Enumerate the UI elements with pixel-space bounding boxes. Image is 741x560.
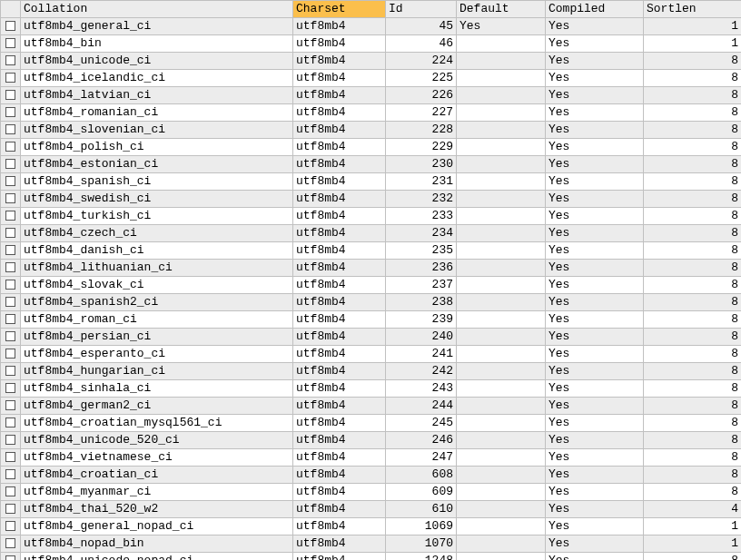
table-row[interactable]: utf8mb4_vietnamese_ciutf8mb4247Yes8	[1, 449, 742, 467]
row-checkbox[interactable]	[1, 294, 21, 311]
row-checkbox[interactable]	[1, 484, 21, 501]
row-checkbox[interactable]	[1, 87, 21, 104]
table-row[interactable]: utf8mb4_danish_ciutf8mb4235Yes8	[1, 242, 742, 260]
table-row[interactable]: utf8mb4_swedish_ciutf8mb4232Yes8	[1, 191, 742, 208]
table-row[interactable]: utf8mb4_lithuanian_ciutf8mb4236Yes8	[1, 260, 742, 277]
header-default[interactable]: Default	[457, 1, 546, 18]
checkbox-icon[interactable]	[5, 383, 15, 393]
table-row[interactable]: utf8mb4_roman_ciutf8mb4239Yes8	[1, 311, 742, 329]
table-row[interactable]: utf8mb4_slovak_ciutf8mb4237Yes8	[1, 277, 742, 294]
table-row[interactable]: utf8mb4_icelandic_ciutf8mb4225Yes8	[1, 70, 742, 87]
row-checkbox[interactable]	[1, 346, 21, 363]
row-checkbox[interactable]	[1, 139, 21, 156]
checkbox-icon[interactable]	[5, 555, 15, 560]
row-checkbox[interactable]	[1, 329, 21, 346]
header-collation[interactable]: Collation	[21, 1, 293, 18]
checkbox-icon[interactable]	[5, 331, 15, 341]
row-checkbox[interactable]	[1, 380, 21, 398]
row-checkbox[interactable]	[1, 449, 21, 467]
checkbox-icon[interactable]	[5, 400, 15, 410]
row-checkbox[interactable]	[1, 122, 21, 139]
row-checkbox[interactable]	[1, 208, 21, 225]
row-checkbox[interactable]	[1, 363, 21, 380]
row-checkbox[interactable]	[1, 70, 21, 87]
checkbox-icon[interactable]	[5, 538, 15, 548]
row-checkbox[interactable]	[1, 156, 21, 173]
row-checkbox[interactable]	[1, 191, 21, 208]
header-sortlen[interactable]: Sortlen	[644, 1, 742, 18]
header-compiled[interactable]: Compiled	[546, 1, 644, 18]
header-id[interactable]: Id	[386, 1, 457, 18]
checkbox-icon[interactable]	[5, 297, 15, 307]
table-row[interactable]: utf8mb4_unicode_520_ciutf8mb4246Yes8	[1, 432, 742, 449]
checkbox-icon[interactable]	[5, 228, 15, 238]
table-row[interactable]: utf8mb4_czech_ciutf8mb4234Yes8	[1, 225, 742, 242]
table-row[interactable]: utf8mb4_unicode_ciutf8mb4224Yes8	[1, 53, 742, 70]
table-row[interactable]: utf8mb4_latvian_ciutf8mb4226Yes8	[1, 87, 742, 104]
row-checkbox[interactable]	[1, 53, 21, 70]
table-row[interactable]: utf8mb4_nopad_binutf8mb41070Yes1	[1, 535, 742, 553]
checkbox-icon[interactable]	[5, 124, 15, 134]
checkbox-icon[interactable]	[5, 349, 15, 359]
checkbox-icon[interactable]	[5, 176, 15, 186]
row-checkbox[interactable]	[1, 501, 21, 518]
table-row[interactable]: utf8mb4_myanmar_ciutf8mb4609Yes8	[1, 484, 742, 501]
row-checkbox[interactable]	[1, 432, 21, 449]
row-checkbox[interactable]	[1, 467, 21, 484]
row-checkbox[interactable]	[1, 398, 21, 415]
row-checkbox[interactable]	[1, 260, 21, 277]
checkbox-icon[interactable]	[5, 107, 15, 117]
table-row[interactable]: utf8mb4_croatian_ciutf8mb4608Yes8	[1, 467, 742, 484]
table-row[interactable]: utf8mb4_polish_ciutf8mb4229Yes8	[1, 139, 742, 156]
row-checkbox[interactable]	[1, 553, 21, 561]
checkbox-icon[interactable]	[5, 280, 15, 290]
table-row[interactable]: utf8mb4_persian_ciutf8mb4240Yes8	[1, 329, 742, 346]
table-row[interactable]: utf8mb4_unicode_nopad_ciutf8mb41248Yes8	[1, 553, 742, 561]
table-row[interactable]: utf8mb4_estonian_ciutf8mb4230Yes8	[1, 156, 742, 173]
checkbox-icon[interactable]	[5, 452, 15, 462]
checkbox-icon[interactable]	[5, 521, 15, 531]
checkbox-icon[interactable]	[5, 142, 15, 152]
table-row[interactable]: utf8mb4_spanish2_ciutf8mb4238Yes8	[1, 294, 742, 311]
header-checkbox[interactable]	[1, 1, 21, 18]
table-row[interactable]: utf8mb4_binutf8mb446Yes1	[1, 35, 742, 53]
table-row[interactable]: utf8mb4_croatian_mysql561_ciutf8mb4245Ye…	[1, 415, 742, 432]
table-row[interactable]: utf8mb4_turkish_ciutf8mb4233Yes8	[1, 208, 742, 225]
table-row[interactable]: utf8mb4_hungarian_ciutf8mb4242Yes8	[1, 363, 742, 380]
checkbox-icon[interactable]	[5, 504, 15, 514]
checkbox-icon[interactable]	[5, 366, 15, 376]
row-checkbox[interactable]	[1, 18, 21, 35]
row-checkbox[interactable]	[1, 242, 21, 260]
checkbox-icon[interactable]	[5, 435, 15, 445]
row-checkbox[interactable]	[1, 225, 21, 242]
checkbox-icon[interactable]	[5, 193, 15, 203]
row-checkbox[interactable]	[1, 104, 21, 122]
row-checkbox[interactable]	[1, 35, 21, 53]
checkbox-icon[interactable]	[5, 245, 15, 255]
checkbox-icon[interactable]	[5, 90, 15, 100]
table-row[interactable]: utf8mb4_romanian_ciutf8mb4227Yes8	[1, 104, 742, 122]
table-row[interactable]: utf8mb4_thai_520_w2utf8mb4610Yes4	[1, 501, 742, 518]
checkbox-icon[interactable]	[5, 55, 15, 65]
checkbox-icon[interactable]	[5, 211, 15, 221]
table-row[interactable]: utf8mb4_general_ciutf8mb445YesYes1	[1, 18, 742, 35]
table-row[interactable]: utf8mb4_sinhala_ciutf8mb4243Yes8	[1, 380, 742, 398]
checkbox-icon[interactable]	[5, 418, 15, 427]
table-row[interactable]: utf8mb4_german2_ciutf8mb4244Yes8	[1, 398, 742, 415]
checkbox-icon[interactable]	[5, 262, 15, 272]
checkbox-icon[interactable]	[5, 469, 15, 479]
header-charset[interactable]: Charset	[293, 1, 386, 18]
checkbox-icon[interactable]	[5, 21, 15, 31]
checkbox-icon[interactable]	[5, 486, 15, 496]
row-checkbox[interactable]	[1, 173, 21, 191]
checkbox-icon[interactable]	[5, 314, 15, 324]
table-row[interactable]: utf8mb4_general_nopad_ciutf8mb41069Yes1	[1, 518, 742, 535]
row-checkbox[interactable]	[1, 311, 21, 329]
row-checkbox[interactable]	[1, 518, 21, 535]
checkbox-icon[interactable]	[5, 38, 15, 48]
row-checkbox[interactable]	[1, 535, 21, 553]
table-row[interactable]: utf8mb4_esperanto_ciutf8mb4241Yes8	[1, 346, 742, 363]
row-checkbox[interactable]	[1, 277, 21, 294]
checkbox-icon[interactable]	[5, 159, 15, 169]
checkbox-icon[interactable]	[5, 73, 15, 83]
